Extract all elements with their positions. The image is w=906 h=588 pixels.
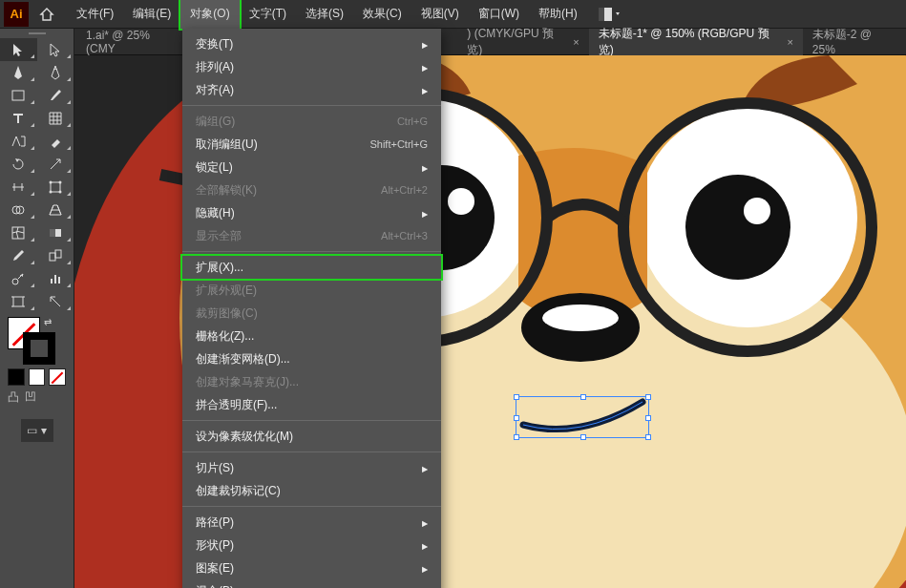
tool-width[interactable]: [0, 176, 37, 199]
menu-item[interactable]: 设为像素级优化(M): [182, 425, 441, 448]
submenu-arrow-icon: [422, 461, 428, 474]
document-tabbar: 1.ai* @ 25% (CMY ) (CMYK/GPU 预览) × 未标题-1…: [0, 29, 906, 55]
menu-item[interactable]: 变换(T): [182, 32, 441, 55]
document-tab[interactable]: ) (CMYK/GPU 预览) ×: [457, 29, 588, 55]
menu-item-label: 拼合透明度(F)...: [196, 397, 277, 413]
menu-item-label: 对齐(A): [196, 82, 234, 98]
panel-grip[interactable]: [0, 29, 74, 38]
menu-separator: [182, 506, 441, 507]
menu-item[interactable]: 取消编组(U)Shift+Ctrl+G: [182, 133, 441, 156]
menu-item-label: 栅格化(Z)...: [196, 328, 254, 345]
tool-direct-selection[interactable]: [37, 38, 74, 61]
close-icon[interactable]: ×: [787, 36, 792, 48]
tool-type[interactable]: [0, 107, 37, 130]
menu-item-label: 图案(E): [196, 560, 234, 577]
menu-item-label: 创建渐变网格(D)...: [196, 351, 290, 368]
tool-selection[interactable]: [0, 38, 37, 61]
tool-perspective[interactable]: [37, 199, 74, 221]
tool-mesh[interactable]: [0, 221, 37, 244]
tool-shaper[interactable]: [0, 130, 37, 153]
document-tab[interactable]: 未标题-2 @ 25%: [803, 29, 906, 55]
menu-item: 编组(G)Ctrl+G: [182, 110, 441, 133]
menu-item[interactable]: 混合(B): [182, 579, 441, 588]
menu-effect[interactable]: 效果(C): [353, 0, 411, 29]
menu-file[interactable]: 文件(F): [67, 0, 123, 29]
svg-rect-3: [51, 182, 60, 192]
sel-handle-se[interactable]: [645, 434, 651, 440]
svg-point-26: [542, 304, 619, 331]
tool-scale[interactable]: [37, 153, 74, 176]
menu-item-label: 锁定(L): [196, 159, 233, 176]
menu-item[interactable]: 排列(A): [182, 55, 441, 78]
menu-object[interactable]: 对象(O): [180, 0, 239, 29]
tool-curvature[interactable]: [37, 61, 74, 84]
stroke-swatch[interactable]: [23, 332, 55, 365]
menu-item[interactable]: 锁定(L): [182, 156, 441, 178]
draw-normal-icon[interactable]: 凸: [8, 389, 19, 406]
menu-select[interactable]: 选择(S): [296, 0, 353, 29]
tool-paintbrush[interactable]: [37, 84, 74, 107]
tool-pen[interactable]: [0, 61, 37, 84]
tool-eyedropper[interactable]: [0, 244, 37, 267]
menu-item[interactable]: 创建渐变网格(D)...: [182, 347, 441, 370]
menu-help[interactable]: 帮助(H): [529, 0, 587, 29]
menu-type[interactable]: 文字(T): [240, 0, 296, 29]
menu-item: 扩展外观(E): [182, 279, 441, 302]
sel-handle-w[interactable]: [514, 415, 519, 421]
menu-separator: [182, 452, 441, 452]
svg-point-22: [448, 188, 474, 215]
arrange-documents-icon[interactable]: [599, 8, 620, 21]
tool-eraser[interactable]: [37, 130, 74, 153]
fill-stroke-swatch[interactable]: ⇄: [0, 313, 74, 367]
menu-item-label: 变换(T): [196, 36, 233, 52]
sel-handle-nw[interactable]: [514, 394, 519, 400]
menu-item[interactable]: 对齐(A): [182, 78, 441, 101]
app-logo: Ai: [4, 2, 29, 27]
document-tab[interactable]: 未标题-1* @ 150% (RGB/GPU 预览) ×: [589, 29, 803, 55]
tool-symbol-sprayer[interactable]: [0, 267, 37, 290]
menu-item[interactable]: 拼合透明度(F)...: [182, 393, 441, 416]
menu-item[interactable]: 图案(E): [182, 556, 441, 579]
tool-blend[interactable]: [37, 244, 74, 267]
tool-rotate[interactable]: [0, 153, 37, 176]
menu-item[interactable]: 创建裁切标记(C): [182, 479, 441, 502]
tool-slice[interactable]: [37, 290, 74, 313]
sel-handle-e[interactable]: [645, 415, 651, 421]
sel-handle-sw[interactable]: [514, 434, 519, 440]
tool-rectangle[interactable]: [0, 84, 37, 107]
menu-item[interactable]: 切片(S): [182, 456, 441, 479]
menu-item[interactable]: 隐藏(H): [182, 201, 441, 224]
tool-gradient[interactable]: [37, 221, 74, 244]
swap-fill-stroke-icon[interactable]: ⇄: [44, 317, 52, 327]
menu-item-label: 排列(A): [196, 59, 234, 75]
tool-free-transform[interactable]: [37, 176, 74, 199]
menu-item[interactable]: 扩展(X)...: [182, 256, 441, 279]
document-tab[interactable]: 1.ai* @ 25% (CMY: [76, 29, 190, 55]
tab-label: 未标题-1* @ 150% (RGB/GPU 预览): [599, 26, 782, 58]
menu-item[interactable]: 路径(P): [182, 511, 441, 534]
menu-edit[interactable]: 编辑(E): [123, 0, 180, 29]
draw-behind-icon[interactable]: 凹: [25, 389, 36, 406]
color-chip-black[interactable]: [8, 368, 25, 386]
menu-item[interactable]: 形状(P): [182, 534, 441, 556]
screen-mode-button[interactable]: ▭ ▾: [21, 419, 53, 442]
home-icon[interactable]: [34, 7, 59, 22]
tool-grid[interactable]: [37, 107, 74, 130]
menu-separator: [182, 251, 441, 252]
color-chip-none[interactable]: [49, 368, 66, 386]
menu-view[interactable]: 视图(V): [411, 0, 469, 29]
color-chip-white[interactable]: [29, 368, 46, 386]
menu-window[interactable]: 窗口(W): [469, 0, 529, 29]
close-icon[interactable]: ×: [573, 36, 579, 48]
menu-item[interactable]: 栅格化(Z)...: [182, 325, 441, 347]
submenu-arrow-icon: [422, 160, 428, 174]
menubar: 文件(F) 编辑(E) 对象(O) 文字(T) 选择(S) 效果(C) 视图(V…: [67, 0, 587, 29]
sel-handle-s[interactable]: [580, 434, 586, 440]
selection-bounding-box[interactable]: [516, 396, 649, 438]
tool-shape-builder[interactable]: [0, 199, 37, 221]
tool-column-graph[interactable]: [37, 267, 74, 290]
svg-rect-14: [55, 250, 61, 258]
tool-artboard[interactable]: [0, 290, 37, 313]
sel-handle-n[interactable]: [580, 394, 586, 400]
sel-handle-ne[interactable]: [645, 394, 651, 400]
